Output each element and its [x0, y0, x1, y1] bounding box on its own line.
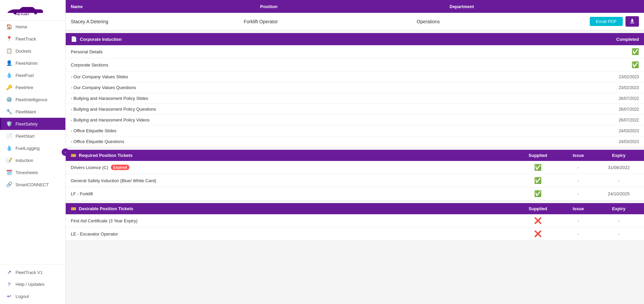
help-icon: ?: [6, 281, 12, 287]
sidebar-item-fleetmaint[interactable]: 🔧 FleetMaint: [0, 106, 65, 118]
table-row: - Bullying and Harassment Policy Videos2…: [66, 115, 644, 126]
supplied-cell: ✅: [518, 190, 558, 197]
sidebar-item-fleettrack[interactable]: 📍 FleetTrack: [0, 33, 65, 45]
svg-rect-4: [630, 23, 634, 23]
table-row: Personal Details✅: [66, 45, 644, 58]
sidebar-item-fuellogging[interactable]: 💧 FuelLogging: [0, 142, 65, 154]
fleetfuel-icon: 💧: [6, 72, 12, 78]
table-row: - Bullying and Harassment Policy Slides2…: [66, 93, 644, 104]
download-button[interactable]: [625, 16, 639, 27]
sidebar-item-fleetfuel[interactable]: 💧 FleetFuel: [0, 69, 65, 81]
timesheets-icon: 🗓️: [6, 169, 12, 175]
sidebar-item-help[interactable]: ? Help / Updates: [0, 278, 65, 290]
supplied-cell: ❌: [518, 230, 558, 238]
issue-cell: -: [558, 218, 599, 223]
sidebar-item-fleetadmin[interactable]: 👤 FleetAdmin: [0, 57, 65, 69]
smartconnect-icon: 🔗: [6, 182, 12, 188]
sidebar: THE FLEET Office 🏠 Home 📍 FleetTrack 📋 D…: [0, 0, 66, 304]
sidebar-item-fleethire[interactable]: 🔑 FleetHire: [0, 81, 65, 93]
expiry-cell: 31/08/2022: [599, 165, 639, 170]
expiry-cell: -: [599, 231, 639, 237]
desirable-ticket-icon: 🎫: [71, 206, 76, 211]
required-ticket-rows: Drivers Licence (C)Expired✅-31/08/2022Ge…: [66, 161, 644, 200]
fleetintelligence-icon: ⚙️: [6, 96, 12, 103]
fleethire-icon: 🔑: [6, 84, 12, 90]
sidebar-item-home[interactable]: 🏠 Home: [0, 21, 65, 33]
check-icon: ✅: [632, 61, 639, 68]
sidebar-item-dockets[interactable]: 📋 Dockets: [0, 45, 65, 57]
employee-position: Forklift Operator: [244, 19, 417, 24]
fuellogging-icon: 💧: [6, 145, 12, 151]
sidebar-nav: 🏠 Home 📍 FleetTrack 📋 Dockets 👤 FleetAdm…: [0, 21, 65, 264]
desirable-ticket-rows: First Aid Certificate (3 Year Expiry)❌--…: [66, 214, 644, 241]
table-row: First Aid Certificate (3 Year Expiry)❌--: [66, 214, 644, 227]
supplied-cell: ✅: [518, 164, 558, 171]
expired-badge: Expired: [111, 165, 129, 170]
issue-cell: -: [558, 231, 599, 237]
table-row: - Bullying and Harassment Policy Questio…: [66, 104, 644, 115]
sidebar-item-induction[interactable]: 📝 Induction: [0, 154, 65, 166]
logout-icon: ↩: [6, 293, 12, 299]
fleetsafety-icon: 🛡️: [6, 121, 12, 127]
name-column-label: Name: [71, 1, 260, 12]
induction-icon: 📝: [6, 157, 12, 163]
employee-header: Name Position Department: [66, 0, 644, 13]
table-row: LE - Excavator Operator❌--: [66, 227, 644, 241]
cross-icon: ❌: [534, 230, 542, 237]
email-pdf-button[interactable]: Email PDF: [590, 17, 623, 26]
issue-cell: -: [558, 165, 599, 170]
required-tickets-header: 🎫 Required Position Tickets Supplied Iss…: [66, 150, 644, 161]
sidebar-item-fleetintelligence[interactable]: ⚙️ FleetIntelligence: [0, 93, 65, 106]
employee-name: Stacey A Detering: [71, 19, 244, 24]
fleetstart-icon: 📄: [6, 133, 12, 139]
fleetadmin-icon: 👤: [6, 60, 12, 66]
desirable-tickets-header: 🎫 Desirable Position Tickets Supplied Is…: [66, 203, 644, 214]
corporate-induction-header: 📄 Corporate Induction Completed: [66, 33, 644, 45]
cross-icon: ❌: [534, 217, 542, 224]
sidebar-bottom: ↗ FleetTrack V1 ? Help / Updates ↩ Logou…: [0, 264, 65, 304]
expiry-cell: 24/10/2025: [599, 191, 639, 196]
table-row: - Office Etiquette Questions24/03/2023: [66, 136, 644, 147]
sidebar-item-timesheets[interactable]: 🗓️ Timesheets: [0, 166, 65, 178]
table-row: General Safety Induction (Blue/ White Ca…: [66, 174, 644, 187]
position-column-label: Position: [260, 1, 450, 12]
sidebar-item-fleetstart[interactable]: 📄 FleetStart: [0, 130, 65, 142]
department-column-label: Department: [450, 1, 639, 12]
employee-department: Operations: [417, 19, 590, 24]
table-row: - Our Company Values Questions23/02/2023: [66, 82, 644, 93]
table-row: - Office Etiquette Slides24/03/2023: [66, 126, 644, 136]
sidebar-item-fleettrack-v1[interactable]: ↗ FleetTrack V1: [0, 266, 65, 278]
fleetmaint-icon: 🔧: [6, 109, 12, 115]
sidebar-item-smartconnect[interactable]: 🔗 SmartCONNECT: [0, 178, 65, 191]
fleettrack-icon: 📍: [6, 36, 12, 42]
check-icon: ✅: [632, 48, 639, 55]
expiry-cell: -: [599, 178, 639, 183]
table-row: LF - Forklift✅-24/10/2025: [66, 187, 644, 200]
check-icon: ✅: [534, 177, 542, 184]
document-icon: 📄: [71, 36, 77, 42]
sidebar-item-logout[interactable]: ↩ Logout: [0, 290, 65, 302]
issue-cell: -: [558, 178, 599, 183]
sidebar-collapse-button[interactable]: ‹: [62, 148, 69, 156]
supplied-cell: ❌: [518, 217, 558, 224]
corporate-induction-rows: Personal Details✅Corporate Sections✅- Ou…: [66, 45, 644, 147]
action-buttons: Email PDF: [590, 16, 639, 27]
table-row: Corporate Sections✅: [66, 58, 644, 72]
svg-point-1: [34, 11, 37, 15]
issue-cell: -: [558, 191, 599, 196]
check-icon: ✅: [534, 164, 542, 171]
check-icon: ✅: [534, 190, 542, 197]
employee-info-row: Stacey A Detering Forklift Operator Oper…: [66, 13, 644, 30]
download-icon: [630, 18, 635, 24]
table-row: - Our Company Values Slides23/02/2023: [66, 72, 644, 82]
supplied-cell: ✅: [518, 177, 558, 184]
sidebar-item-fleetsafety[interactable]: 🛡️ FleetSafety: [0, 118, 65, 130]
table-row: Drivers Licence (C)Expired✅-31/08/2022: [66, 161, 644, 174]
svg-text:Office: Office: [22, 13, 28, 16]
expiry-cell: -: [599, 218, 639, 223]
ticket-icon: 🎫: [71, 153, 76, 158]
external-link-icon: ↗: [6, 269, 12, 275]
logo: THE FLEET Office: [0, 0, 65, 21]
main-content: Name Position Department Stacey A Deteri…: [66, 0, 644, 304]
dockets-icon: 📋: [6, 48, 12, 54]
